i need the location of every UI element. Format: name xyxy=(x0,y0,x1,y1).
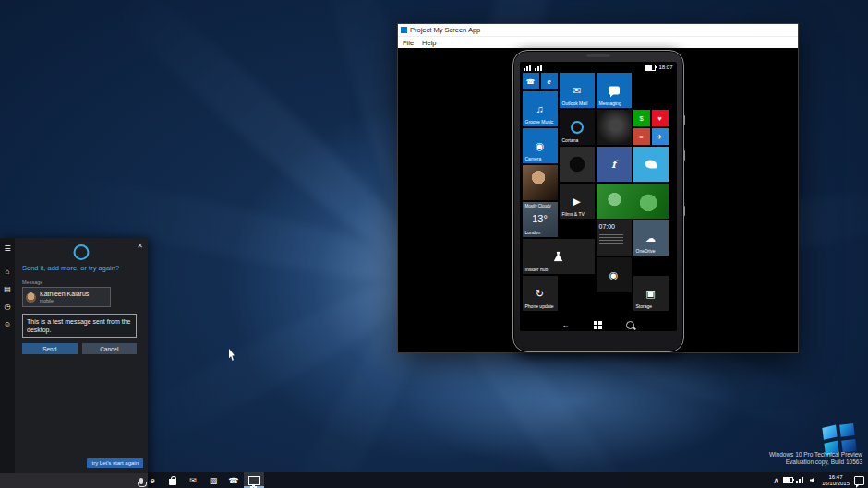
reminders-icon: ◷ xyxy=(5,303,11,311)
tile-travel[interactable]: ✈ xyxy=(652,128,669,145)
health-icon: ♥ xyxy=(657,114,661,123)
window-titlebar[interactable]: Project My Screen App –▢✕ xyxy=(398,24,798,36)
menu-file[interactable]: File xyxy=(403,39,414,47)
tile-label: Phone update xyxy=(525,304,554,309)
tile-label: Films & TV xyxy=(562,211,585,217)
tile-insider-hub[interactable]: Insider hub xyxy=(523,239,595,274)
send-button[interactable]: Send xyxy=(22,343,78,354)
phone-clock: 18:07 xyxy=(658,65,672,70)
menu-help[interactable]: Help xyxy=(422,39,436,47)
taskbar-photos[interactable]: ▨ xyxy=(203,472,223,488)
tray-hidden-icons[interactable]: ∧ xyxy=(770,472,782,488)
phone-power-button xyxy=(683,150,685,161)
evaluation-watermark: Windows 10 Pro Technical Preview Evaluat… xyxy=(769,451,862,466)
tile-photos[interactable] xyxy=(560,147,595,182)
cortana-rail-home[interactable]: ⌂ xyxy=(1,266,14,277)
tile-weather[interactable]: Mostly Cloudy13°London xyxy=(523,202,558,237)
news-icon: ≡ xyxy=(639,133,643,141)
tile-storage[interactable]: ▣Storage xyxy=(633,276,669,311)
cortana-rail-notebook[interactable]: ▤ xyxy=(1,283,14,294)
tile-health-fitness[interactable]: ♥ xyxy=(652,110,669,126)
tile-people[interactable] xyxy=(523,165,558,200)
cortana-rail-menu[interactable]: ☰ xyxy=(1,243,14,254)
minimize-button[interactable]: – xyxy=(751,24,766,36)
store-icon xyxy=(169,479,176,485)
suggestion-chip[interactable]: try Let's start again xyxy=(87,458,143,468)
action-center-slot xyxy=(853,472,868,488)
tile-xbox[interactable] xyxy=(597,184,669,219)
tile-onedrive[interactable]: ☁OneDrive xyxy=(633,220,669,256)
cortana-prompt: Send it, add more, or try again? xyxy=(22,264,135,272)
tile-camera[interactable]: ◉Camera xyxy=(523,128,558,163)
window-title: Project My Screen App xyxy=(410,26,480,34)
tile-messaging[interactable]: Messaging xyxy=(597,73,632,108)
projection-area: 18:07 ☎e✉Outlook MailMessaging♫Groove Mu… xyxy=(398,48,798,352)
tray-volume[interactable] xyxy=(806,472,818,488)
tile-facebook[interactable]: f xyxy=(597,147,632,182)
tray-network[interactable] xyxy=(794,472,806,488)
cloud-icon: ☁ xyxy=(645,232,656,244)
tile-money[interactable]: $ xyxy=(633,110,650,126)
cortana-header: ✕ xyxy=(15,238,148,260)
cortana-buttons: Send Cancel xyxy=(22,343,137,354)
tile-outlook-mail[interactable]: ✉Outlook Mail xyxy=(560,73,595,108)
data-signal-icon xyxy=(535,65,543,71)
money-icon: $ xyxy=(639,114,643,123)
close-button[interactable]: ✕ xyxy=(780,24,795,36)
cancel-button[interactable]: Cancel xyxy=(82,343,138,354)
tray-battery[interactable] xyxy=(782,472,794,488)
taskbar-project-my-screen[interactable] xyxy=(244,472,264,488)
tile-label: OneDrive xyxy=(636,248,656,254)
notebook-icon: ▤ xyxy=(4,285,11,293)
contact-name: Kathleen Kalarus xyxy=(40,291,89,298)
monitor-icon xyxy=(248,476,260,485)
tile-twitter[interactable] xyxy=(633,147,669,182)
suggestion-row: try Let's start again xyxy=(87,452,143,469)
tile-label: Outlook Mail xyxy=(562,101,588,106)
tile-label: Camera xyxy=(525,156,542,161)
taskbar-store[interactable] xyxy=(163,472,183,488)
tile-camera-roll[interactable]: ◉ xyxy=(597,257,632,292)
tile-phone[interactable]: ☎ xyxy=(523,73,539,89)
facebook-icon: f xyxy=(611,159,616,171)
tile-cortana[interactable]: Cortana xyxy=(560,110,595,145)
message-icon xyxy=(609,87,620,95)
phone-icon: ☎ xyxy=(526,77,535,86)
camera-icon: ◉ xyxy=(536,140,545,152)
cortana-rail-feedback[interactable]: ☺ xyxy=(1,318,14,329)
cortana-icon xyxy=(571,121,584,134)
battery-icon xyxy=(783,477,793,483)
taskbar-mail[interactable]: ✉ xyxy=(183,472,203,488)
taskbar-clock[interactable]: 16:47 16/10/2015 xyxy=(822,474,850,486)
phone-statusbar: 18:07 xyxy=(524,62,673,73)
close-icon[interactable]: ✕ xyxy=(137,242,143,250)
home-icon: ⌂ xyxy=(6,268,10,276)
taskbar-phone-companion[interactable]: ☎ xyxy=(223,472,244,488)
tile-films-tv[interactable]: ▶Films & TV xyxy=(560,184,595,219)
action-center-button[interactable] xyxy=(853,472,865,488)
tile-phone-update[interactable]: ↻Phone update xyxy=(523,276,558,311)
tile-edge[interactable]: e xyxy=(541,73,558,89)
refresh-icon: ↻ xyxy=(536,288,544,300)
beaker-icon xyxy=(554,252,563,262)
tile-calendar[interactable]: 07:00 xyxy=(597,220,632,256)
back-icon: ← xyxy=(562,321,570,329)
search-input[interactable] xyxy=(5,477,136,485)
feedback-icon: ☺ xyxy=(4,320,11,328)
twitter-icon xyxy=(645,161,657,169)
contact-card[interactable]: Kathleen Kalarus mobile xyxy=(22,287,111,307)
cortana-rail-reminders[interactable]: ◷ xyxy=(1,301,14,312)
camera-icon: ◉ xyxy=(609,269,619,281)
mic-icon xyxy=(139,478,143,484)
tile-label: Storage xyxy=(636,304,653,309)
battery-icon xyxy=(645,65,656,71)
tile-grid: ☎e✉Outlook MailMessaging♫Groove MusicCor… xyxy=(523,73,674,318)
tile-news[interactable]: ≡ xyxy=(633,128,650,145)
tile-groove-music[interactable]: ♫Groove Music xyxy=(523,91,558,126)
message-text-box[interactable]: This is a test message sent from the des… xyxy=(22,314,137,338)
tile-label: Insider hub xyxy=(525,267,549,272)
edge-icon: e xyxy=(150,476,154,485)
maximize-button[interactable]: ▢ xyxy=(766,24,780,36)
tile-photo-collage[interactable] xyxy=(597,110,632,145)
music-icon: ♫ xyxy=(536,103,543,114)
